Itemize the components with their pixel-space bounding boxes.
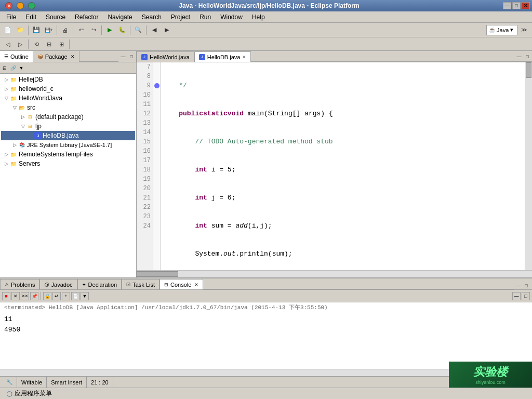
editor-v-scrollbar-thumb[interactable] <box>526 62 531 78</box>
eclipse-icon: ⬡ <box>6 390 12 398</box>
run-btn[interactable]: ▶ <box>104 24 115 36</box>
left-panel-maximize-btn[interactable]: □ <box>128 53 135 60</box>
collapse-btn[interactable]: ⊟ <box>43 38 55 50</box>
tree-item-default-pkg[interactable]: ▷ ⊞ (default package) <box>1 112 135 122</box>
tab-helloworld[interactable]: J HelloWorld.java <box>137 51 194 62</box>
redo-btn[interactable]: ↪ <box>88 24 99 36</box>
forward-btn[interactable]: ▶ <box>161 24 172 36</box>
tree-item-src[interactable]: ▽ 📂 src <box>1 103 135 112</box>
menu-edit[interactable]: Edit <box>21 12 41 22</box>
expand-arrow: ▽ <box>3 96 9 101</box>
remove-all-btn[interactable]: ✕✕ <box>21 292 29 300</box>
expand-btn[interactable]: ⊞ <box>56 38 67 50</box>
tree-item-remote[interactable]: ▷ 📁 RemoteSystemsTempFiles <box>1 150 135 159</box>
titlebar: ✕ Java - HelloWorldJava/src/ljp/HelloDB.… <box>0 0 532 11</box>
tab-problems[interactable]: ⚠ Problems <box>0 279 39 289</box>
debug-btn[interactable]: 🐛 <box>116 24 128 36</box>
tab-outline[interactable]: ☰ Outline <box>0 51 33 62</box>
open-btn[interactable]: 📁 <box>15 24 26 36</box>
tab-tasklist[interactable]: ☑ Task List <box>122 279 159 289</box>
maximize-window-btn[interactable] <box>28 2 35 9</box>
console-minimize-btn[interactable]: — <box>514 282 522 289</box>
menu-source[interactable]: Source <box>42 12 70 22</box>
tab-console[interactable]: ⊟ Console ✕ <box>159 279 203 289</box>
link-editor-btn[interactable]: 🔗 <box>9 64 17 72</box>
editor-minimize-btn[interactable]: — <box>515 53 523 60</box>
tree-item-jre[interactable]: ▷ 📚 JRE System Library [JavaSE-1.7] <box>1 140 135 150</box>
close-console-icon[interactable]: ✕ <box>194 282 198 287</box>
tasklist-icon: ☑ <box>126 282 130 287</box>
console-menu-btn[interactable]: ▼ <box>81 292 89 300</box>
console-area: <terminated> HelloDB [Java Application] … <box>0 302 532 369</box>
new-btn[interactable]: 📄 <box>2 24 14 36</box>
back-btn[interactable]: ◀ <box>149 24 160 36</box>
menu-navigate[interactable]: Navigate <box>103 12 136 22</box>
taskbar-app-menu[interactable]: ⬡ 应用程序菜单 <box>2 389 56 398</box>
search-btn[interactable]: 🔍 <box>132 24 144 36</box>
left-panel-minimize-btn[interactable]: — <box>119 53 127 60</box>
menu-search[interactable]: Search <box>138 12 166 22</box>
sync-btn[interactable]: ⟲ <box>31 38 42 50</box>
code-content[interactable]: */ public static void main(String[] args… <box>161 62 525 270</box>
java-file-icon: J <box>34 132 42 139</box>
tab-declaration[interactable]: ✦ Declaration <box>77 279 122 289</box>
save-btn[interactable]: 💾 <box>31 24 42 36</box>
remove-launch-btn[interactable]: ✕ <box>11 292 20 300</box>
problems-icon: ⚠ <box>5 282 9 287</box>
console-line-2: 4950 <box>4 325 528 335</box>
next-edit-btn[interactable]: ▷ <box>15 38 26 50</box>
win-minimize-btn[interactable]: — <box>503 2 511 9</box>
new-console-btn[interactable]: + <box>62 292 70 300</box>
editor-h-scrollbar[interactable] <box>137 270 532 277</box>
close-tab-icon[interactable]: ✕ <box>242 55 246 60</box>
close-window-btn[interactable]: ✕ <box>5 2 12 9</box>
terminate-btn[interactable]: ■ <box>2 292 10 300</box>
undo-btn[interactable]: ↩ <box>75 24 87 36</box>
editor-v-scrollbar[interactable] <box>525 62 532 270</box>
tab-package[interactable]: 📦 Package ✕ <box>33 51 79 62</box>
tab-javadoc[interactable]: @ Javadoc <box>39 279 77 289</box>
editor-h-scrollbar-thumb[interactable] <box>137 271 178 277</box>
minimize-window-btn[interactable] <box>17 2 24 9</box>
close-left-panel-icon[interactable]: ✕ <box>71 54 75 59</box>
tree-item-helloworld-c[interactable]: ▷ 📁 helloworld_c <box>1 84 135 94</box>
watermark: 实验楼 shiyanlou.com <box>449 362 532 388</box>
tree-item-hellejdb[interactable]: ▷ 📁 HellejDB <box>1 75 135 84</box>
word-wrap-btn[interactable]: ↵ <box>52 292 61 300</box>
console-maximize-btn[interactable]: □ <box>523 282 530 289</box>
console-output: 11 4950 <box>0 312 532 337</box>
cursor-position-label: 21 : 20 <box>91 379 109 385</box>
console-min-btn[interactable]: — <box>512 292 521 300</box>
pin-console-btn[interactable]: 📌 <box>30 292 38 300</box>
cursor-position-status: 21 : 20 <box>87 377 113 388</box>
code-editor[interactable]: 7 8 9 10 11 12 13 14 15 16 17 18 19 20 2… <box>137 62 532 270</box>
menu-file[interactable]: File <box>2 12 20 22</box>
menu-help[interactable]: Help <box>248 12 269 22</box>
menu-run[interactable]: Run <box>195 12 215 22</box>
console-max-btn[interactable]: □ <box>522 292 530 300</box>
win-close-btn[interactable]: ✕ <box>522 2 530 9</box>
tree-item-servers[interactable]: ▷ 📁 Servers <box>1 159 135 168</box>
tab-hellodb[interactable]: J HelloDB.java ✕ <box>194 51 251 62</box>
editor-maximize-btn[interactable]: □ <box>524 53 531 60</box>
open-perspective-btn[interactable]: ≫ <box>518 24 530 36</box>
win-maximize-btn[interactable]: □ <box>512 2 521 9</box>
menu-window[interactable]: Window <box>216 12 247 22</box>
app-menu-label: 应用程序菜单 <box>15 389 52 398</box>
tree-item-ljp[interactable]: ▽ ⊞ ljp <box>1 122 135 131</box>
perspective-selector[interactable]: ☕ Java ▾ <box>486 25 517 35</box>
prev-edit-btn[interactable]: ◁ <box>2 38 14 50</box>
menu-refactor[interactable]: Refactor <box>71 12 102 22</box>
tree-item-hellodb[interactable]: J HelloDB.java <box>1 131 135 140</box>
open-file-btn[interactable]: 📄 <box>71 292 79 300</box>
tree-menu-btn[interactable]: ▼ <box>18 64 25 72</box>
save-all-btn[interactable]: 💾+ <box>43 24 55 36</box>
menu-project[interactable]: Project <box>167 12 194 22</box>
print-btn[interactable]: 🖨 <box>59 24 71 36</box>
insert-mode-status: Smart Insert <box>47 377 87 388</box>
tree-item-helloworldjava[interactable]: ▽ 📁 HelloWorldJava <box>1 94 135 103</box>
java-icon: J <box>141 54 148 60</box>
console-toolbar-btns: — □ <box>514 282 532 289</box>
collapse-tree-btn[interactable]: ⊟ <box>1 64 8 72</box>
scroll-lock-btn[interactable]: 🔒 <box>43 292 51 300</box>
